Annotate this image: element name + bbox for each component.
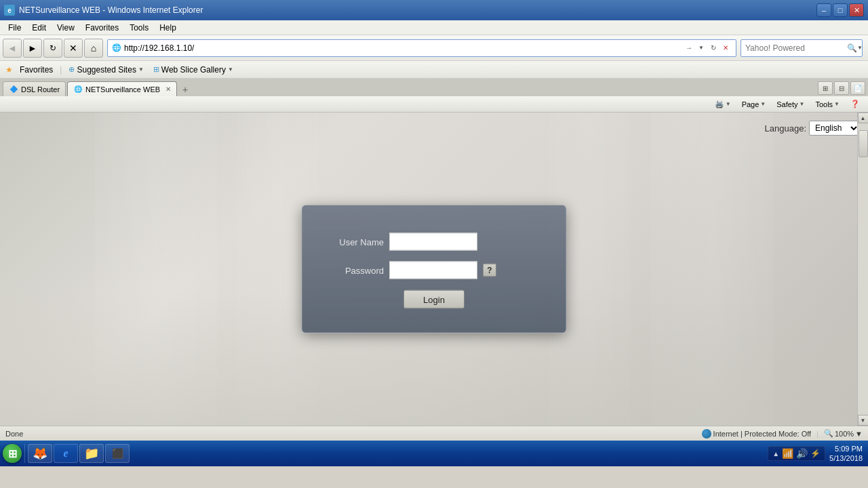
help-button[interactable]: ❓ [846, 98, 864, 110]
zoom-icon: 🔍 [824, 429, 833, 438]
clock-date: 5/13/2018 [829, 453, 863, 463]
home-button[interactable]: ⌂ [84, 39, 103, 58]
tools-button[interactable]: Tools ▼ [811, 99, 844, 110]
tab-actions: ⊞ ⊟ 📄 [818, 81, 865, 96]
taskbar-app-terminal[interactable]: ⬛ [105, 444, 130, 463]
password-label: Password [323, 265, 384, 275]
menu-view[interactable]: View [52, 22, 80, 34]
ie-taskbar-icon: e [63, 447, 68, 460]
start-windows-icon: ⊞ [8, 447, 17, 460]
search-input[interactable] [745, 43, 847, 53]
language-select[interactable]: English Chinese Spanish French German [809, 121, 860, 136]
favorites-bar: ★ Favorites | ⊕ Suggested Sites ▼ ⊞ Web … [0, 61, 868, 79]
minimize-button[interactable]: – [816, 3, 831, 17]
terminal-icon: ⬛ [112, 448, 123, 459]
scroll-up-button[interactable]: ▲ [858, 113, 869, 123]
menu-help[interactable]: Help [154, 22, 182, 34]
tray-battery-icon: ⚡ [810, 449, 821, 458]
tab-netsurveillance-icon: 🌐 [73, 85, 83, 94]
scrollbar: ▲ ▼ [857, 113, 868, 426]
taskbar-right: ▲ 📶 🔊 ⚡ 5:09 PM 5/13/2018 [768, 444, 865, 464]
stop-button[interactable]: ✕ [64, 39, 83, 58]
window-title: NETSurveillance WEB - Windows Internet E… [19, 5, 816, 15]
command-bar: 🖨️ ▼ Page ▼ Safety ▼ Tools ▼ ❓ [0, 96, 868, 113]
window-controls: – □ ✕ [816, 3, 864, 17]
taskbar-app-ie[interactable]: e [54, 444, 78, 463]
page-button[interactable]: Page ▼ [738, 99, 770, 110]
system-clock[interactable]: 5:09 PM 5/13/2018 [829, 444, 863, 464]
status-bar: Done Internet | Protected Mode: Off | 🔍 … [0, 426, 868, 441]
address-bar: 🌐 → ▼ ↻ ✕ [107, 39, 736, 57]
close-button[interactable]: ✕ [849, 3, 864, 17]
search-bar: 🔍 ▼ [741, 39, 863, 57]
safety-label: Safety [776, 100, 797, 108]
web-slice-gallery-arrow: ▼ [228, 66, 233, 73]
title-bar: e NETSurveillance WEB - Windows Internet… [0, 0, 868, 20]
search-dropdown[interactable]: ▼ [857, 45, 863, 51]
password-input[interactable] [389, 262, 477, 279]
tab-dsl-router-label: DSL Router [21, 85, 60, 94]
login-dialog: User Name Password ? Login [302, 205, 566, 333]
address-refresh-button[interactable]: ↻ [707, 42, 719, 54]
web-slice-gallery-item[interactable]: ⊞ Web Slice Gallery ▼ [151, 64, 236, 76]
back-button[interactable]: ◄ [3, 39, 22, 58]
menu-file[interactable]: File [3, 22, 26, 34]
language-label: Language: [765, 123, 806, 134]
username-row: User Name [323, 233, 545, 251]
menu-bar: File Edit View Favorites Tools Help [0, 20, 868, 35]
suggested-sites-item[interactable]: ⊕ Suggested Sites ▼ [66, 64, 146, 76]
tab-action-btn1[interactable]: ⊞ [818, 81, 833, 95]
safety-button[interactable]: Safety ▼ [772, 99, 808, 110]
tab-bar: 🔷 DSL Router 🌐 NETSurveillance WEB ✕ + ⊞… [0, 79, 868, 96]
tools-label: Tools [815, 100, 833, 108]
taskbar: ⊞ 🦊 e 📁 ⬛ ▲ 📶 🔊 ⚡ 5:09 PM 5/13/2018 [0, 441, 868, 466]
address-input[interactable] [124, 43, 683, 53]
content-area: Language: English Chinese Spanish French… [0, 113, 868, 426]
scroll-track[interactable] [858, 123, 869, 415]
password-help-button[interactable]: ? [483, 264, 496, 277]
tray-volume-icon: 🔊 [796, 448, 808, 459]
username-input[interactable] [389, 233, 477, 251]
reload-button[interactable]: ↻ [43, 39, 62, 58]
tab-netsurveillance-label: NETSurveillance WEB [85, 85, 160, 94]
tab-action-btn3[interactable]: 📄 [850, 81, 865, 95]
tab-dsl-router[interactable]: 🔷 DSL Router [3, 81, 66, 96]
taskbar-app-firefox[interactable]: 🦊 [28, 444, 52, 463]
tray-network-icon: 📶 [782, 448, 793, 459]
favorites-button[interactable]: Favorites [17, 64, 56, 76]
address-go-button[interactable]: → [683, 42, 695, 54]
address-stop-button[interactable]: ✕ [719, 42, 732, 54]
new-tab-button[interactable]: + [178, 83, 192, 96]
address-dropdown-button[interactable]: ▼ [695, 42, 707, 54]
start-button[interactable]: ⊞ [3, 444, 22, 463]
menu-tools[interactable]: Tools [124, 22, 154, 34]
zoom-control[interactable]: 🔍 100% ▼ [824, 429, 863, 438]
login-btn-row: Login [323, 290, 545, 309]
search-icon[interactable]: 🔍 [847, 43, 857, 53]
forward-button[interactable]: ► [23, 39, 42, 58]
menu-edit[interactable]: Edit [26, 22, 52, 34]
zoom-value: 100% [835, 430, 854, 438]
help-icon: ❓ [850, 100, 860, 108]
firefox-icon: 🦊 [33, 446, 47, 461]
tab-netsurveillance[interactable]: 🌐 NETSurveillance WEB ✕ [67, 81, 177, 96]
tab-close-button[interactable]: ✕ [165, 85, 171, 93]
favorites-star-icon: ★ [5, 65, 13, 75]
zoom-arrow: ▼ [855, 430, 863, 438]
print-button[interactable]: 🖨️ ▼ [711, 98, 735, 110]
globe-icon [702, 429, 711, 439]
favorites-label: Favorites [20, 65, 53, 75]
taskbar-app-folder[interactable]: 📁 [79, 444, 104, 463]
status-text: Done [5, 430, 702, 438]
password-row: Password ? [323, 262, 545, 279]
system-tray: ▲ 📶 🔊 ⚡ [768, 446, 825, 461]
menu-favorites[interactable]: Favorites [80, 22, 124, 34]
tab-action-btn2[interactable]: ⊟ [834, 81, 849, 95]
tray-arrow-icon[interactable]: ▲ [772, 450, 779, 458]
restore-button[interactable]: □ [833, 3, 848, 17]
scroll-down-button[interactable]: ▼ [858, 415, 869, 426]
scroll-thumb[interactable] [859, 130, 868, 157]
clock-time: 5:09 PM [829, 444, 863, 453]
tools-arrow: ▼ [834, 101, 840, 107]
login-button[interactable]: Login [403, 290, 465, 309]
